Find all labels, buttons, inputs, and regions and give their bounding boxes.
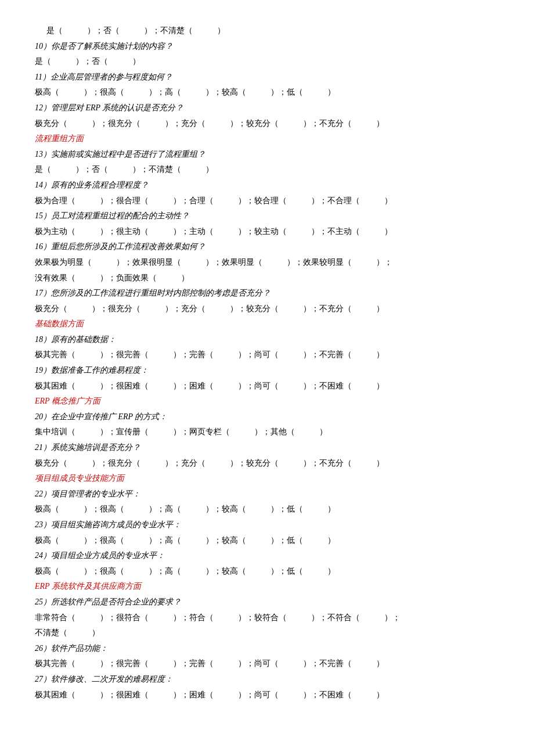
line-17: 17）您所涉及的工作流程进行重组时对内部控制的考虑是否充分？ (35, 286, 499, 301)
line-18: 极充分（ ）；很充分（ ）；充分（ ）；较充分（ ）；不充分（ ） (35, 301, 499, 317)
line-6: 极充分（ ）；很充分（ ）；充分（ ）；较充分（ ）；不充分（ ） (35, 116, 499, 132)
line-7: 流程重组方面 (35, 131, 499, 147)
line-28: 极充分（ ）；很充分（ ）；充分（ ）；较充分（ ）；不充分（ ） (35, 456, 499, 471)
line-24: ERP 概念推广方面 (35, 394, 499, 409)
line-38: 非常符合（ ）；很符合（ ）；符合（ ）；较符合（ ）；不符合（ ）； (35, 610, 499, 626)
line-41: 极其完善（ ）；很完善（ ）；完善（ ）；尚可（ ）；不完善（ ） (35, 656, 499, 672)
line-42: 27）软件修改、二次开发的难易程度： (35, 672, 499, 687)
line-4: 极高（ ）；很高（ ）；高（ ）；较高（ ）；低（ ） (35, 85, 499, 100)
line-35: 极高（ ）；很高（ ）；高（ ）；较高（ ）；低（ ） (35, 564, 499, 579)
line-34: 24）项目组企业方成员的专业水平： (35, 548, 499, 564)
line-11: 极为合理（ ）；很合理（ ）；合理（ ）；较合理（ ）；不合理（ ） (35, 193, 499, 209)
line-37: 25）所选软件产品是否符合企业的要求？ (35, 595, 499, 610)
line-9: 是（ ）；否（ ）；不清楚（ ） (35, 162, 499, 178)
line-3: 11）企业高层管理者的参与程度如何？ (35, 70, 499, 85)
line-22: 19）数据准备工作的难易程度： (35, 363, 499, 379)
line-39: 不清楚（ ） (35, 625, 499, 641)
line-8: 13）实施前或实施过程中是否进行了流程重组？ (35, 147, 499, 163)
line-40: 26）软件产品功能： (35, 641, 499, 657)
line-13: 极为主动（ ）；很主动（ ）；主动（ ）；较主动（ ）；不主动（ ） (35, 224, 499, 240)
line-16: 没有效果（ ）；负面效果（ ） (35, 271, 499, 286)
line-14: 16）重组后您所涉及的工作流程改善效果如何？ (35, 239, 499, 255)
line-33: 极高（ ）；很高（ ）；高（ ）；较高（ ）；低（ ） (35, 533, 499, 549)
line-1: 10）你是否了解系统实施计划的内容？ (35, 39, 499, 55)
line-32: 23）项目组实施咨询方成员的专业水平： (35, 517, 499, 533)
line-29: 项目组成员专业技能方面 (35, 471, 499, 487)
line-26: 集中培训（ ）；宣传册（ ）；网页专栏（ ）；其他（ ） (35, 424, 499, 440)
line-0: 是（ ）；否（ ）；不清楚（ ） (35, 23, 499, 39)
line-12: 15）员工对流程重组过程的配合的主动性？ (35, 208, 499, 224)
main-content: 是（ ）；否（ ）；不清楚（ ）10）你是否了解系统实施计划的内容？是（ ）；否… (35, 23, 499, 703)
line-5: 12）管理层对 ERP 系统的认识是否充分？ (35, 100, 499, 116)
line-30: 22）项目管理者的专业水平： (35, 487, 499, 502)
line-27: 21）系统实施培训是否充分？ (35, 440, 499, 456)
line-21: 极其完善（ ）；很完善（ ）；完善（ ）；尚可（ ）；不完善（ ） (35, 347, 499, 363)
line-43: 极其困难（ ）；很困难（ ）；困难（ ）；尚可（ ）；不困难（ ） (35, 687, 499, 703)
line-31: 极高（ ）；很高（ ）；高（ ）；较高（ ）；低（ ） (35, 502, 499, 517)
line-23: 极其困难（ ）；很困难（ ）；困难（ ）；尚可（ ）；不困难（ ） (35, 379, 499, 394)
line-25: 20）在企业中宣传推广 ERP 的方式： (35, 409, 499, 425)
line-15: 效果极为明显（ ）；效果很明显（ ）；效果明显（ ）；效果较明显（ ）； (35, 255, 499, 271)
line-10: 14）原有的业务流程合理程度？ (35, 178, 499, 193)
line-36: ERP 系统软件及其供应商方面 (35, 579, 499, 595)
line-20: 18）原有的基础数据： (35, 332, 499, 348)
line-2: 是（ ）；否（ ） (35, 54, 499, 70)
line-19: 基础数据方面 (35, 316, 499, 332)
